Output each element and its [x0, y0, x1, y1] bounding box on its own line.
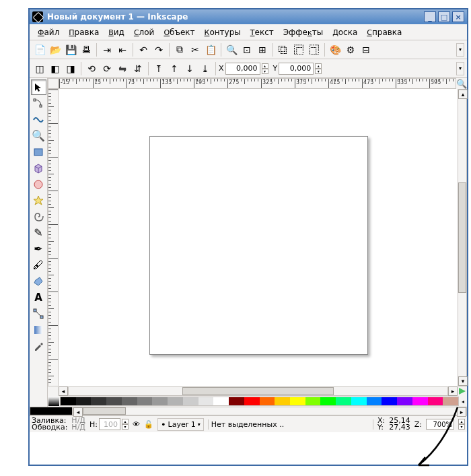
opacity-down-button[interactable]: ▾: [122, 424, 129, 430]
redo-button[interactable]: ↷: [151, 42, 166, 57]
bucket-tool[interactable]: [31, 273, 46, 289]
swatch[interactable]: [152, 397, 168, 405]
swatch[interactable]: [183, 397, 198, 405]
vertical-scrollbar[interactable]: ▴ ▾: [458, 89, 467, 386]
close-button[interactable]: ×: [452, 11, 464, 22]
canvas[interactable]: [59, 89, 458, 386]
swatch[interactable]: [244, 397, 260, 405]
options-overflow-button[interactable]: ▾: [456, 62, 464, 75]
3dbox-tool[interactable]: [31, 160, 46, 176]
select-all-button[interactable]: ◫: [32, 61, 47, 76]
raise-button[interactable]: ↑: [167, 61, 182, 76]
fill-stroke-button[interactable]: 🎨: [328, 42, 342, 57]
current-fill-swatch[interactable]: [30, 407, 73, 415]
layer-selector[interactable]: • Layer 1 ▾: [157, 418, 204, 431]
hscroll-thumb[interactable]: [182, 387, 334, 395]
swatch[interactable]: [137, 397, 153, 405]
node-tool[interactable]: [31, 96, 46, 111]
duplicate-button[interactable]: ⿻: [276, 42, 291, 57]
menu-вид[interactable]: Вид: [104, 26, 129, 39]
swatch[interactable]: [76, 397, 92, 405]
menu-контуры[interactable]: Контуры: [201, 26, 245, 39]
x-down-button[interactable]: ▾: [262, 69, 268, 74]
calligraphy-tool[interactable]: 🖋: [31, 257, 46, 273]
swatch[interactable]: [168, 397, 183, 405]
opacity-up-button[interactable]: ▴: [122, 419, 129, 424]
toolbar-overflow-button[interactable]: ▾: [456, 43, 464, 57]
star-tool[interactable]: [31, 193, 46, 208]
vscroll-thumb[interactable]: [458, 182, 466, 294]
x-coord-input[interactable]: [225, 63, 260, 75]
swatch[interactable]: [397, 397, 412, 405]
layer-visible-icon[interactable]: 👁: [133, 420, 140, 429]
ellipse-tool[interactable]: [31, 176, 46, 192]
menu-объект[interactable]: Объект: [159, 26, 198, 39]
swatch[interactable]: [91, 397, 106, 405]
swatch[interactable]: [382, 397, 397, 405]
tweak-tool[interactable]: [31, 112, 46, 127]
rotate-cw-button[interactable]: ⟳: [100, 61, 114, 76]
bezier-tool[interactable]: ✒: [31, 241, 46, 257]
save-file-button[interactable]: 💾: [63, 42, 78, 57]
swatch-scroll[interactable]: ◂ ▸: [73, 407, 467, 415]
xml-editor-button[interactable]: ⚙: [343, 42, 358, 57]
deselect-button[interactable]: ◨: [63, 61, 78, 76]
minimize-button[interactable]: _: [424, 11, 436, 22]
align-button[interactable]: ⊟: [359, 42, 373, 57]
menu-правка[interactable]: Правка: [65, 26, 103, 39]
raise-top-button[interactable]: ⤒: [151, 61, 166, 76]
zoom-quick-button[interactable]: 🔍: [456, 78, 467, 89]
layer-lock-icon[interactable]: 🔓: [144, 420, 153, 429]
swatch-thumb[interactable]: [83, 407, 126, 415]
zoom-down-button[interactable]: ▾: [458, 424, 465, 430]
swatch[interactable]: [61, 397, 76, 405]
zoom-input[interactable]: [426, 419, 454, 430]
swatch-left-button[interactable]: ◂: [73, 407, 83, 417]
menu-справка[interactable]: Справка: [363, 26, 406, 39]
guides-toggle-icon[interactable]: [458, 386, 467, 396]
new-file-button[interactable]: 📄: [32, 42, 47, 57]
menu-текст[interactable]: Текст: [246, 26, 278, 39]
lower-button[interactable]: ↓: [182, 61, 197, 76]
menu-слой[interactable]: Слой: [130, 26, 159, 39]
swatch[interactable]: [428, 397, 443, 405]
clone-button[interactable]: ⿸: [291, 42, 306, 57]
export-button[interactable]: ⇤: [115, 42, 130, 57]
scroll-right-button[interactable]: ▸: [448, 386, 458, 396]
swatch[interactable]: [106, 397, 122, 405]
palette-menu-button[interactable]: ◂: [459, 397, 467, 406]
connector-tool[interactable]: [31, 306, 46, 321]
import-button[interactable]: ⇥: [100, 42, 114, 57]
swatch[interactable]: [336, 397, 351, 405]
swatch[interactable]: [443, 397, 458, 405]
scroll-up-button[interactable]: ▴: [458, 90, 468, 99]
stroke-value[interactable]: Н/Д: [71, 424, 85, 431]
swatch-right-button[interactable]: ▸: [457, 407, 466, 417]
print-button[interactable]: 🖶: [79, 42, 94, 57]
undo-button[interactable]: ↶: [136, 42, 151, 57]
y-down-button[interactable]: ▾: [315, 69, 322, 74]
swatch[interactable]: [367, 397, 382, 405]
zoom-up-button[interactable]: ▴: [458, 419, 465, 424]
menu-эффекты[interactable]: Эффекты: [279, 26, 327, 39]
flip-v-button[interactable]: ⇵: [131, 61, 145, 76]
swatch[interactable]: [290, 397, 305, 405]
gradient-tool[interactable]: [31, 322, 46, 337]
rotate-ccw-button[interactable]: ⟲: [84, 61, 99, 76]
horizontal-ruler[interactable]: -151575135195275325375415475535595: [59, 78, 456, 89]
horizontal-scrollbar[interactable]: [68, 386, 448, 396]
zoom-drawing-button[interactable]: ⊞: [255, 42, 270, 57]
rect-tool[interactable]: [31, 144, 46, 160]
paste-button[interactable]: 📋: [203, 42, 218, 57]
x-up-button[interactable]: ▴: [262, 63, 268, 69]
cut-button[interactable]: ✂: [188, 42, 203, 57]
zoom-page-button[interactable]: ⊡: [240, 42, 254, 57]
swatch[interactable]: [412, 397, 428, 405]
swatch[interactable]: [351, 397, 367, 405]
dropper-tool[interactable]: [31, 338, 46, 353]
swatch[interactable]: [198, 397, 214, 405]
flip-h-button[interactable]: ⇋: [115, 61, 130, 76]
swatch[interactable]: [122, 397, 137, 405]
swatch[interactable]: [305, 397, 321, 405]
maximize-button[interactable]: □: [438, 11, 450, 22]
